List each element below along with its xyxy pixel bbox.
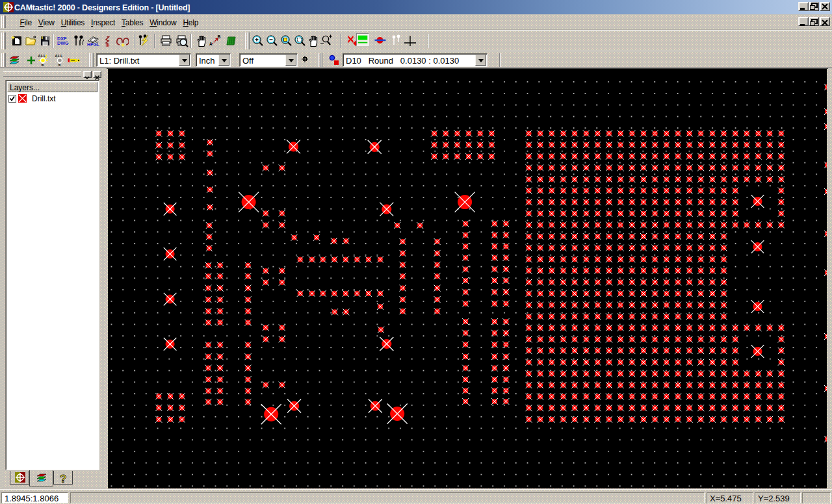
svg-text:DWG: DWG [57, 40, 69, 46]
svg-text:∝: ∝ [41, 62, 44, 67]
svg-text:?: ? [60, 473, 66, 485]
svg-text:A: A [209, 42, 213, 46]
svg-text:HPGL: HPGL [87, 42, 99, 47]
svg-text:∝: ∝ [58, 62, 61, 67]
svg-text:B: B [218, 34, 221, 39]
svg-text:ALL: ALL [38, 54, 47, 58]
svg-text:ALL: ALL [55, 54, 64, 58]
